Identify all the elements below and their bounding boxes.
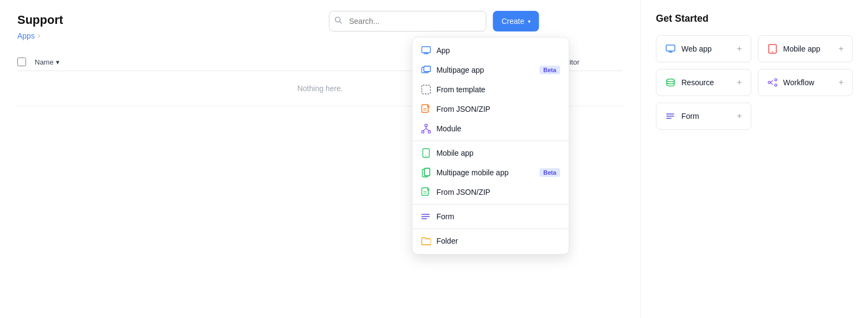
form-plus-icon: +: [737, 111, 742, 121]
divider-1: [412, 141, 569, 141]
dropdown-item-multipage-mobile-app[interactable]: Multipage mobile app Beta: [412, 163, 569, 182]
svg-point-3: [667, 79, 674, 82]
gs-card-mobile-app[interactable]: Mobile app +: [758, 35, 853, 62]
gs-mobile-app-label: Mobile app: [783, 44, 821, 53]
gs-card-workflow[interactable]: Workflow +: [758, 69, 853, 96]
multipage-mobile-beta-badge: Beta: [540, 168, 560, 177]
dropdown-item-from-json-zip-web[interactable]: From JSON/ZIP: [412, 99, 569, 119]
select-all-checkbox[interactable]: [17, 58, 26, 66]
module-label: Module: [436, 124, 461, 133]
folder-icon: [421, 236, 431, 246]
svg-point-37: [422, 214, 423, 215]
multipage-icon: [421, 65, 431, 75]
from-template-label: From template: [436, 85, 485, 94]
module-icon: [421, 124, 431, 133]
create-button[interactable]: Create ▾: [493, 11, 539, 31]
svg-rect-15: [422, 47, 430, 53]
multipage-app-label: Multipage app: [436, 66, 484, 74]
multipage-mobile-app-label: Multipage mobile app: [436, 168, 508, 177]
svg-point-10: [667, 113, 668, 115]
col-name-header[interactable]: Name ▾: [35, 58, 143, 66]
gs-web-app-label: Web app: [681, 44, 712, 53]
multipage-mobile-icon: [421, 168, 431, 177]
svg-line-14: [340, 22, 342, 24]
svg-point-27: [426, 156, 427, 157]
json-mobile-icon: [421, 187, 431, 197]
breadcrumb-apps-link[interactable]: Apps: [17, 31, 35, 40]
web-app-plus-icon: +: [737, 44, 742, 54]
gs-workflow-label: Workflow: [783, 78, 814, 87]
resource-plus-icon: +: [737, 78, 742, 87]
app-label: App: [436, 46, 450, 55]
get-started-grid: Web app + Mobile app +: [656, 35, 853, 130]
divider-2: [412, 204, 569, 205]
from-json-zip-mobile-label: From JSON/ZIP: [436, 188, 490, 196]
mobile-small-icon: [767, 43, 778, 54]
svg-point-5: [775, 79, 777, 81]
workflow-icon: [767, 77, 778, 88]
multipage-app-beta-badge: Beta: [540, 66, 560, 74]
divider-3: [412, 228, 569, 229]
from-json-zip-web-label: From JSON/ZIP: [436, 105, 490, 113]
search-wrapper: [329, 11, 486, 31]
monitor-small-icon: [665, 43, 676, 54]
gs-card-web-app[interactable]: Web app +: [656, 35, 751, 62]
folder-label: Folder: [436, 237, 458, 245]
workflow-plus-icon: +: [839, 78, 844, 87]
svg-rect-19: [422, 85, 430, 94]
gs-resource-label: Resource: [681, 78, 714, 87]
create-chevron-icon: ▾: [528, 18, 531, 24]
svg-rect-17: [424, 66, 430, 72]
dropdown-item-app[interactable]: App: [412, 41, 569, 60]
search-input[interactable]: [329, 11, 486, 31]
form-icon: [421, 212, 431, 221]
right-panel: Get Started Web app +: [640, 0, 868, 318]
form-small-icon: [665, 111, 676, 122]
svg-point-11: [667, 116, 668, 117]
dropdown-item-mobile-app[interactable]: Mobile app: [412, 143, 569, 163]
svg-point-38: [422, 216, 423, 217]
template-icon: [421, 85, 431, 94]
mobile-app-label: Mobile app: [436, 149, 474, 157]
svg-rect-29: [424, 168, 430, 176]
top-bar: Create ▾: [329, 11, 539, 31]
mobile-app-plus-icon: +: [839, 44, 844, 54]
json-icon: [421, 104, 431, 114]
dropdown-item-from-json-zip-mobile[interactable]: From JSON/ZIP: [412, 182, 569, 202]
dropdown-item-multipage-app[interactable]: Multipage app Beta: [412, 60, 569, 80]
svg-point-2: [772, 52, 773, 53]
gs-card-resource[interactable]: Resource +: [656, 69, 751, 96]
svg-point-6: [775, 84, 777, 86]
form-label: Form: [436, 212, 454, 221]
resource-icon: [665, 77, 676, 88]
create-dropdown-menu: App Multipage app Beta From template: [412, 37, 569, 255]
monitor-icon: [421, 46, 431, 55]
gs-form-label: Form: [681, 112, 699, 120]
mobile-icon: [421, 148, 431, 158]
svg-rect-0: [666, 45, 675, 51]
dropdown-item-module[interactable]: Module: [412, 119, 569, 138]
search-icon: [334, 16, 342, 26]
breadcrumb-separator: ›: [38, 32, 40, 40]
dropdown-item-from-template[interactable]: From template: [412, 80, 569, 99]
svg-point-39: [422, 218, 423, 219]
gs-card-form[interactable]: Form +: [656, 103, 751, 130]
dropdown-item-form[interactable]: Form: [412, 207, 569, 226]
svg-point-12: [667, 118, 668, 119]
dropdown-item-folder[interactable]: Folder: [412, 231, 569, 251]
get-started-title: Get Started: [656, 13, 853, 24]
